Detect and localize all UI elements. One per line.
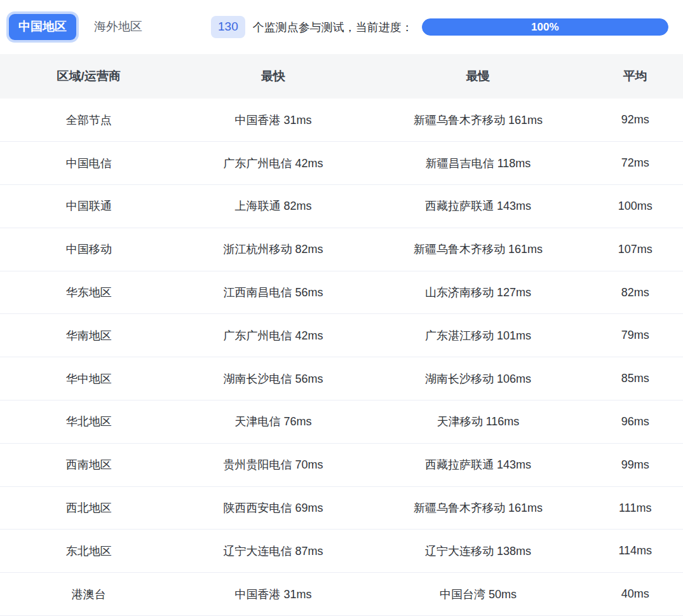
cell-region: 港澳台 [0, 573, 178, 616]
cell-fastest: 天津电信 76ms [178, 400, 369, 444]
cell-slowest: 湖南长沙移动 106ms [369, 357, 588, 400]
cell-fastest: 中国香港 31ms [178, 573, 369, 616]
table-header: 区域/运营商 最快 最慢 平均 [0, 54, 683, 99]
cell-region: 华北地区 [0, 400, 178, 444]
cell-slowest: 新疆乌鲁木齐移动 161ms [369, 486, 588, 530]
table-row: 华东地区 江西南昌电信 56ms 山东济南移动 127ms 82ms [0, 271, 683, 314]
table-row: 中国联通 上海联通 82ms 西藏拉萨联通 143ms 100ms [0, 185, 683, 228]
cell-average: 107ms [588, 228, 683, 271]
cell-slowest: 新疆昌吉电信 118ms [369, 142, 588, 185]
cell-slowest: 西藏拉萨联通 143ms [369, 185, 588, 228]
table-row: 东北地区 辽宁大连电信 87ms 辽宁大连移动 138ms 114ms [0, 530, 683, 573]
monitor-count-badge: 130 [211, 16, 245, 38]
cell-fastest: 广东广州电信 42ms [178, 314, 369, 357]
header-fastest: 最快 [178, 54, 369, 99]
cell-slowest: 天津移动 116ms [369, 400, 588, 444]
cell-fastest: 陕西西安电信 69ms [178, 486, 369, 530]
header-slowest: 最慢 [369, 54, 588, 99]
table-row: 华北地区 天津电信 76ms 天津移动 116ms 96ms [0, 400, 683, 444]
cell-region: 西南地区 [0, 443, 178, 486]
tab-china-region[interactable]: 中国地区 [9, 14, 76, 40]
cell-average: 40ms [588, 573, 683, 616]
cell-region: 西北地区 [0, 486, 178, 530]
monitor-text: 个监测点参与测试，当前进度： [253, 20, 413, 35]
cell-average: 85ms [588, 357, 683, 400]
latency-table: 区域/运营商 最快 最慢 平均 全部节点 中国香港 31ms 新疆乌鲁木齐移动 … [0, 54, 683, 616]
cell-average: 99ms [588, 443, 683, 486]
header-region-carrier: 区域/运营商 [0, 54, 178, 99]
cell-average: 111ms [588, 486, 683, 530]
tab-overseas-region[interactable]: 海外地区 [94, 20, 142, 34]
table-row: 港澳台 中国香港 31ms 中国台湾 50ms 40ms [0, 573, 683, 616]
cell-fastest: 上海联通 82ms [178, 185, 369, 228]
cell-region: 中国电信 [0, 142, 178, 185]
cell-region: 华南地区 [0, 314, 178, 357]
progress-label: 100% [531, 21, 558, 34]
header-average: 平均 [588, 54, 683, 99]
cell-slowest: 广东湛江移动 101ms [369, 314, 588, 357]
table-row: 中国移动 浙江杭州移动 82ms 新疆乌鲁木齐移动 161ms 107ms [0, 228, 683, 271]
cell-region: 华东地区 [0, 271, 178, 314]
cell-average: 82ms [588, 271, 683, 314]
cell-slowest: 新疆乌鲁木齐移动 161ms [369, 99, 588, 142]
progress-fill: 100% [422, 18, 668, 36]
cell-slowest: 山东济南移动 127ms [369, 271, 588, 314]
cell-average: 79ms [588, 314, 683, 357]
cell-average: 72ms [588, 142, 683, 185]
cell-region: 中国联通 [0, 185, 178, 228]
table-row: 全部节点 中国香港 31ms 新疆乌鲁木齐移动 161ms 92ms [0, 99, 683, 142]
table-row: 华南地区 广东广州电信 42ms 广东湛江移动 101ms 79ms [0, 314, 683, 357]
cell-average: 100ms [588, 185, 683, 228]
cell-fastest: 湖南长沙电信 56ms [178, 357, 369, 400]
cell-slowest: 中国台湾 50ms [369, 573, 588, 616]
table-row: 西北地区 陕西西安电信 69ms 新疆乌鲁木齐移动 161ms 111ms [0, 486, 683, 530]
cell-region: 全部节点 [0, 99, 178, 142]
cell-fastest: 浙江杭州移动 82ms [178, 228, 369, 271]
cell-region: 中国移动 [0, 228, 178, 271]
table-row: 西南地区 贵州贵阳电信 70ms 西藏拉萨联通 143ms 99ms [0, 443, 683, 486]
cell-slowest: 西藏拉萨联通 143ms [369, 443, 588, 486]
cell-slowest: 辽宁大连移动 138ms [369, 530, 588, 573]
cell-fastest: 中国香港 31ms [178, 99, 369, 142]
cell-fastest: 贵州贵阳电信 70ms [178, 443, 369, 486]
table-row: 中国电信 广东广州电信 42ms 新疆昌吉电信 118ms 72ms [0, 142, 683, 185]
table-body: 全部节点 中国香港 31ms 新疆乌鲁木齐移动 161ms 92ms 中国电信 … [0, 99, 683, 616]
cell-region: 华中地区 [0, 357, 178, 400]
cell-average: 92ms [588, 99, 683, 142]
progress-bar: 100% [422, 18, 668, 36]
topbar: 中国地区 海外地区 130 个监测点参与测试，当前进度： 100% [0, 0, 683, 54]
cell-fastest: 广东广州电信 42ms [178, 142, 369, 185]
cell-slowest: 新疆乌鲁木齐移动 161ms [369, 228, 588, 271]
cell-fastest: 辽宁大连电信 87ms [178, 530, 369, 573]
cell-region: 东北地区 [0, 530, 178, 573]
cell-average: 96ms [588, 400, 683, 444]
cell-fastest: 江西南昌电信 56ms [178, 271, 369, 314]
table-row: 华中地区 湖南长沙电信 56ms 湖南长沙移动 106ms 85ms [0, 357, 683, 400]
cell-average: 114ms [588, 530, 683, 573]
